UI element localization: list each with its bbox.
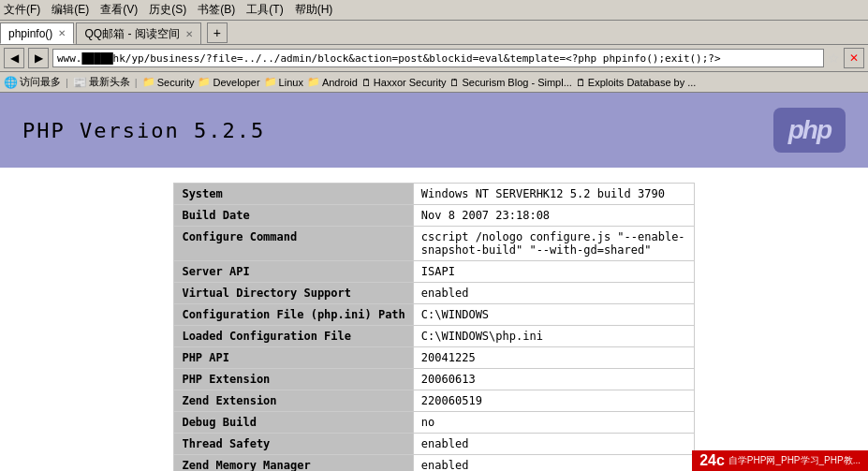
table-cell-value: 20060613: [413, 369, 694, 390]
table-cell-key: Configuration File (php.ini) Path: [174, 304, 413, 326]
table-row: Configure Commandcscript /nologo configu…: [174, 227, 694, 261]
table-cell-value: enabled: [413, 434, 694, 455]
bookmark-developer[interactable]: 📁 Developer: [198, 76, 259, 88]
menu-view[interactable]: 查看(V): [100, 2, 138, 18]
menu-tools[interactable]: 工具(T): [246, 2, 283, 18]
tab-phpinfo-close[interactable]: ✕: [58, 28, 66, 38]
bookmark-latest-news-label: 最新头条: [89, 75, 130, 89]
tab-bar: phpinfo() ✕ QQ邮箱 - 阅读空间 ✕ +: [0, 21, 868, 45]
tab-phpinfo-label: phpinfo(): [8, 27, 52, 40]
folder-android-icon: 📁: [307, 76, 320, 88]
bookmark-haxxor[interactable]: 🗒 Haxxor Security: [361, 77, 447, 88]
table-row: SystemWindows NT SERVERHK12 5.2 build 37…: [174, 184, 694, 205]
back-button[interactable]: ◀: [4, 48, 24, 68]
table-cell-key: Configure Command: [174, 227, 413, 261]
bottom-banner: 24c 自学PHP网_PHP学习_PHP教...: [692, 450, 868, 471]
table-cell-key: Virtual Directory Support: [174, 283, 413, 304]
table-cell-value: C:\WINDOWS: [413, 304, 694, 326]
bookmark-exploits-label: Exploits Database by ...: [588, 77, 697, 88]
table-cell-key: Zend Extension: [174, 390, 413, 412]
table-row: Loaded Configuration FileC:\WINDOWS\php.…: [174, 326, 694, 347]
bookmarks-bar: 🌐 访问最多 | 📰 最新头条 | 📁 Security 📁 Developer…: [0, 72, 868, 93]
tab-new-button[interactable]: +: [207, 22, 228, 43]
table-cell-value: cscript /nologo configure.js "--enable-s…: [413, 227, 694, 261]
table-row: Zend Memory Managerenabled: [174, 455, 694, 472]
exploits-icon: 🗒: [576, 77, 586, 88]
table-cell-key: Debug Build: [174, 412, 413, 434]
news-icon: 📰: [73, 76, 87, 89]
table-cell-value: ISAPI: [413, 261, 694, 283]
address-bar: ◀ ▶ ☆ ✕: [0, 45, 868, 72]
bookmark-visit-most[interactable]: 🌐 访问最多: [4, 75, 61, 89]
bookmark-developer-label: Developer: [213, 77, 259, 88]
table-cell-key: PHP Extension: [174, 369, 413, 390]
table-cell-key: Server API: [174, 261, 413, 283]
table-cell-value: Windows NT SERVERHK12 5.2 build 3790: [413, 184, 694, 205]
tab-qq-label: QQ邮箱 - 阅读空间: [84, 26, 179, 42]
table-cell-value: 20041225: [413, 347, 694, 369]
table-cell-key: Build Date: [174, 205, 413, 227]
securism-icon: 🗒: [449, 77, 460, 88]
table-cell-value: no: [413, 412, 694, 434]
menu-help[interactable]: 帮助(H): [295, 2, 333, 18]
folder-security-icon: 📁: [142, 76, 155, 88]
table-cell-key: Thread Safety: [174, 434, 413, 455]
table-row: Virtual Directory Supportenabled: [174, 283, 694, 304]
table-cell-key: Zend Memory Manager: [174, 455, 413, 472]
php-version-title: PHP Version 5.2.5: [22, 119, 265, 142]
table-cell-value: Nov 8 2007 23:18:08: [413, 205, 694, 227]
bookmark-exploits[interactable]: 🗒 Exploits Database by ...: [576, 77, 697, 88]
bookmark-linux[interactable]: 📁 Linux: [264, 76, 303, 88]
folder-developer-icon: 📁: [198, 76, 211, 88]
tab-phpinfo[interactable]: phpinfo() ✕: [0, 22, 74, 44]
bookmark-android[interactable]: 📁 Android: [307, 76, 358, 88]
table-row: PHP Extension20060613: [174, 369, 694, 390]
bookmark-visit-most-label: 访问最多: [20, 75, 61, 89]
table-cell-value: enabled: [413, 455, 694, 472]
php-logo: php: [773, 108, 846, 153]
content-area: PHP Version 5.2.5 php SystemWindows NT S…: [0, 93, 868, 471]
bm-sep-1: |: [66, 77, 68, 88]
bookmark-security-label: Security: [157, 77, 195, 88]
banner-logo: 24c: [699, 452, 725, 469]
menu-bookmarks[interactable]: 书签(B): [198, 2, 235, 18]
table-row: PHP API20041225: [174, 347, 694, 369]
banner-text: 自学PHP网_PHP学习_PHP教...: [728, 454, 861, 467]
table-row: Thread Safetyenabled: [174, 434, 694, 455]
php-info-table: SystemWindows NT SERVERHK12 5.2 build 37…: [173, 183, 694, 471]
table-cell-value: C:\WINDOWS\php.ini: [413, 326, 694, 347]
tab-qq[interactable]: QQ邮箱 - 阅读空间 ✕: [76, 22, 200, 44]
table-cell-key: Loaded Configuration File: [174, 326, 413, 347]
forward-button[interactable]: ▶: [28, 48, 49, 68]
table-row: Server APIISAPI: [174, 261, 694, 283]
bookmark-security[interactable]: 📁 Security: [142, 76, 195, 88]
table-row: Zend Extension220060519: [174, 390, 694, 412]
bookmark-securism-label: Securism Blog - Simpl...: [462, 77, 571, 88]
bookmark-haxxor-label: Haxxor Security: [374, 77, 447, 88]
folder-linux-icon: 📁: [264, 76, 277, 88]
bookmark-linux-label: Linux: [279, 77, 303, 88]
bookmark-latest-news[interactable]: 📰 最新头条: [73, 75, 130, 89]
bookmark-securism[interactable]: 🗒 Securism Blog - Simpl...: [449, 77, 571, 88]
table-row: Configuration File (php.ini) PathC:\WIND…: [174, 304, 694, 326]
stop-button[interactable]: ✕: [844, 48, 864, 68]
table-cell-key: PHP API: [174, 347, 413, 369]
table-cell-value: 220060519: [413, 390, 694, 412]
table-cell-key: System: [174, 184, 413, 205]
table-cell-value: enabled: [413, 283, 694, 304]
tab-qq-close[interactable]: ✕: [185, 29, 193, 39]
menu-bar: 文件(F) 编辑(E) 查看(V) 历史(S) 书签(B) 工具(T) 帮助(H…: [0, 0, 868, 21]
address-input[interactable]: [52, 49, 824, 67]
haxxor-icon: 🗒: [361, 77, 372, 88]
bookmark-android-label: Android: [322, 77, 358, 88]
globe-icon: 🌐: [4, 76, 18, 89]
table-row: Build DateNov 8 2007 23:18:08: [174, 205, 694, 227]
bm-sep-2: |: [135, 77, 138, 88]
menu-file[interactable]: 文件(F): [4, 2, 40, 18]
bookmark-star-icon[interactable]: ☆: [828, 51, 840, 66]
php-header: PHP Version 5.2.5 php: [0, 93, 868, 168]
menu-edit[interactable]: 编辑(E): [51, 2, 89, 18]
table-row: Debug Buildno: [174, 412, 694, 434]
menu-history[interactable]: 历史(S): [149, 2, 186, 18]
